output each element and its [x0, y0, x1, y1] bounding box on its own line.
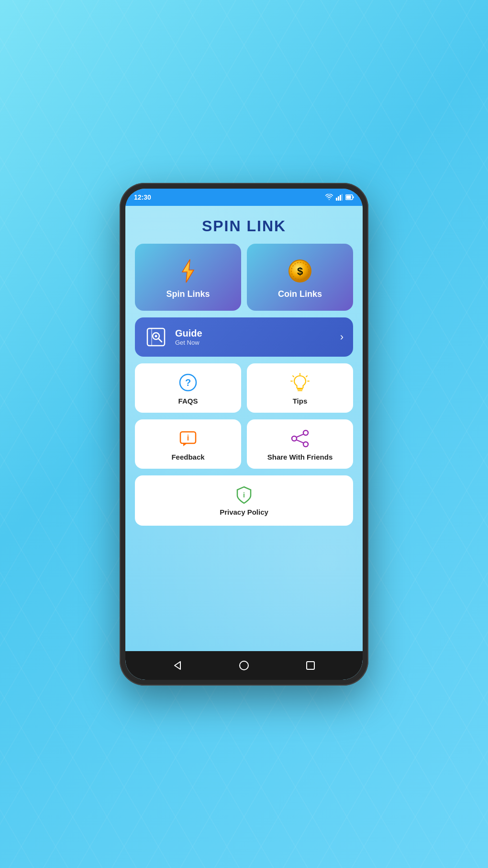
svg-marker-7 — [182, 259, 194, 282]
svg-line-22 — [293, 376, 294, 377]
svg-rect-5 — [346, 195, 351, 199]
guide-subtitle: Get Now — [175, 339, 333, 346]
guide-text: Guide Get Now — [175, 328, 333, 346]
recents-square-icon — [305, 660, 316, 671]
status-bar: 12:30 — [125, 189, 363, 206]
svg-line-32 — [297, 434, 303, 437]
svg-rect-1 — [338, 196, 339, 201]
app-content: SPIN LINK — [125, 206, 363, 651]
menu-grid-row2: i Feedback Share With Friend — [135, 419, 353, 469]
tips-label: Tips — [293, 397, 308, 405]
spin-links-card[interactable]: Spin Links — [135, 244, 241, 311]
app-title: SPIN LINK — [135, 217, 353, 235]
svg-text:i: i — [187, 434, 189, 442]
faqs-icon: ? — [178, 373, 198, 392]
svg-point-30 — [292, 436, 297, 441]
back-button[interactable] — [169, 657, 186, 674]
tips-icon — [290, 373, 310, 392]
top-cards-grid: Spin Links — [135, 244, 353, 311]
svg-line-23 — [306, 376, 307, 377]
svg-point-16 — [155, 335, 157, 337]
guide-book-icon — [144, 326, 167, 349]
guide-banner[interactable]: Guide Get Now › — [135, 317, 353, 357]
svg-text:i: i — [243, 491, 245, 499]
svg-point-31 — [303, 442, 308, 447]
status-icons — [325, 194, 354, 201]
svg-marker-35 — [175, 662, 180, 669]
svg-line-33 — [297, 440, 303, 443]
bottom-nav-bar — [125, 651, 363, 680]
feedback-item[interactable]: i Feedback — [135, 419, 241, 469]
svg-rect-2 — [340, 195, 341, 201]
share-icon — [290, 429, 310, 448]
home-button[interactable] — [235, 657, 253, 674]
svg-line-15 — [158, 338, 162, 342]
battery-icon — [345, 194, 354, 200]
lightning-icon — [175, 258, 201, 284]
wifi-icon — [325, 194, 333, 201]
privacy-label: Privacy Policy — [220, 508, 268, 516]
svg-rect-37 — [307, 662, 314, 669]
svg-rect-3 — [342, 194, 343, 201]
tips-item[interactable]: Tips — [247, 363, 353, 413]
status-time: 12:30 — [134, 193, 325, 201]
recents-button[interactable] — [302, 657, 319, 674]
share-label: Share With Friends — [267, 453, 333, 461]
share-item[interactable]: Share With Friends — [247, 419, 353, 469]
signal-icon — [336, 194, 343, 201]
svg-text:?: ? — [185, 377, 191, 388]
faqs-label: FAQS — [178, 397, 198, 405]
guide-title: Guide — [175, 328, 333, 339]
privacy-policy-item[interactable]: i Privacy Policy — [135, 475, 353, 526]
feedback-icon: i — [178, 429, 198, 448]
coin-links-card[interactable]: $ Coin Links — [247, 244, 353, 311]
svg-rect-6 — [353, 196, 354, 198]
faqs-item[interactable]: ? FAQS — [135, 363, 241, 413]
phone-inner: 12:30 — [125, 189, 363, 680]
svg-text:$: $ — [297, 265, 303, 277]
coin-links-label: Coin Links — [278, 289, 322, 299]
svg-rect-0 — [336, 198, 337, 201]
feedback-label: Feedback — [171, 453, 204, 461]
page-background: 12:30 — [0, 0, 488, 868]
guide-arrow-icon: › — [340, 331, 344, 343]
svg-point-29 — [303, 430, 308, 435]
svg-point-36 — [240, 661, 248, 670]
coin-icon: $ — [287, 258, 313, 284]
menu-grid-row1: ? FAQS — [135, 363, 353, 413]
phone-frame: 12:30 — [120, 183, 368, 686]
home-circle-icon — [238, 660, 250, 671]
svg-rect-13 — [151, 328, 152, 346]
spin-links-label: Spin Links — [166, 289, 210, 299]
back-icon — [172, 660, 183, 671]
privacy-shield-icon: i — [234, 485, 254, 504]
